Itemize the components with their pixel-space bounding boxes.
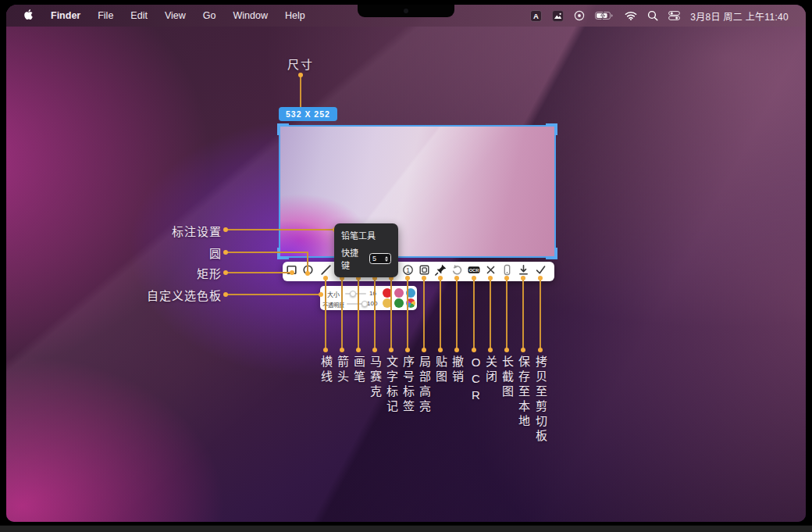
selection-region[interactable] [279,125,556,258]
circle-callout-label: 圆 [58,245,222,261]
size-slider-knob[interactable] [350,291,356,297]
annotation-settings-callout-line [226,229,335,230]
tool-callout-label: 贴图 [432,355,449,385]
menu-window[interactable]: Window [233,10,267,21]
tool-callout-label: 保存至本地 [515,355,532,430]
selection-handle-bottom-right[interactable] [546,248,557,259]
tool-settings-panel: 大小 16 不透明度 100 [320,286,417,310]
menu-view[interactable]: View [165,10,186,21]
battery-charging-icon[interactable] [595,11,614,20]
tool-callout-line [325,278,326,350]
selection-handle-top-left[interactable] [277,123,289,135]
size-label: 大小 [327,290,340,298]
notch [358,5,454,17]
tool-callout-label: 画笔 [350,355,367,385]
tool-callout-label: 文字标记 [383,355,400,415]
laptop-hinge [0,525,812,532]
color-swatch-d55f92[interactable] [394,288,404,298]
color-swatch-2f8f3c[interactable] [394,298,404,308]
dimension-callout-line [300,75,301,109]
tool-callout-label: OCR [465,355,483,405]
size-badge: 532 X 252 [279,107,337,121]
tooltip-title: 铅笔工具 [341,229,391,241]
menu-go[interactable]: Go [203,10,216,21]
opacity-value: 100 [367,300,377,307]
palette-callout-line [226,294,321,295]
apple-icon [23,9,34,20]
control-center-icon[interactable] [668,10,680,21]
tool-callout-line [540,278,541,350]
annotation-settings-callout-label: 标注设置 [58,223,222,239]
tool-callout-line [423,278,425,350]
tool-callout-label: 横线 [317,355,334,385]
svg-text:1: 1 [406,266,410,273]
search-icon[interactable] [647,10,658,21]
tool-callout-label: 马赛克 [366,355,383,400]
tool-callout-label: 序号标签 [399,355,416,415]
svg-text:OCR: OCR [469,268,480,273]
tool-callout-line [407,278,408,350]
tool-callout-label: 拷贝至剪切板 [532,355,549,445]
tool-callout-line [390,278,392,350]
screenshot-app-icon[interactable] [552,10,564,22]
pencil-tool-tooltip: 铅笔工具 快捷键 5 [334,223,398,277]
menu-help[interactable]: Help [285,10,305,21]
stepper-arrows-icon[interactable] [385,256,388,262]
tool-callout-line [522,278,524,350]
palette-callout-label: 自定义选色板 [58,287,222,303]
circle-callout-line-h [226,252,308,253]
camera-dot [404,9,408,13]
menu-items: FinderFileEditViewGoWindowHelp [23,9,305,23]
menubar-clock[interactable]: 3月8日 周二 上午11:40 [690,9,789,23]
svg-text:A: A [533,12,539,20]
rectangle-callout-line [226,272,292,273]
screen: FinderFileEditViewGoWindowHelp A3月8日 周二 … [6,5,806,522]
circle-callout-line-v [307,252,308,273]
tool-callout-label: 长截图 [498,355,515,400]
tool-callout-line [440,278,441,350]
input-source-icon[interactable]: A [530,10,542,22]
menu-edit[interactable]: Edit [130,10,148,21]
menu-finder[interactable]: Finder [51,10,80,21]
apple-menu[interactable] [23,9,34,23]
tool-callout-label: 局部高亮 [415,355,433,415]
tool-callout-label: 箭头 [333,355,351,385]
wifi-icon[interactable] [625,11,637,20]
status-circle-icon[interactable] [574,10,585,21]
tool-callout-line [506,278,508,350]
selection-handle-top-right[interactable] [546,123,557,135]
rectangle-callout-label: 矩形 [58,265,222,281]
laptop-bezel: FinderFileEditViewGoWindowHelp A3月8日 周二 … [0,0,812,532]
tool-callout-line [374,278,376,350]
menubar-status-area: A3月8日 周二 上午11:40 [530,9,789,23]
dimension-callout-label: 尺寸 [280,55,322,72]
tool-callout-line [341,278,343,350]
tool-callout-line [473,278,475,350]
shortcut-label: 快捷键 [341,246,365,271]
selection-handle-bottom-left[interactable] [277,248,289,259]
tool-callout-line [490,278,491,350]
tool-callout-line [456,278,458,350]
tool-callout-line [358,278,359,350]
shortcut-value: 5 [372,255,376,262]
tool-callout-label: 关闭 [482,355,499,385]
shortcut-stepper[interactable]: 5 [369,253,391,264]
menu-file[interactable]: File [98,10,113,21]
tool-callout-label: 撤销 [448,355,465,385]
